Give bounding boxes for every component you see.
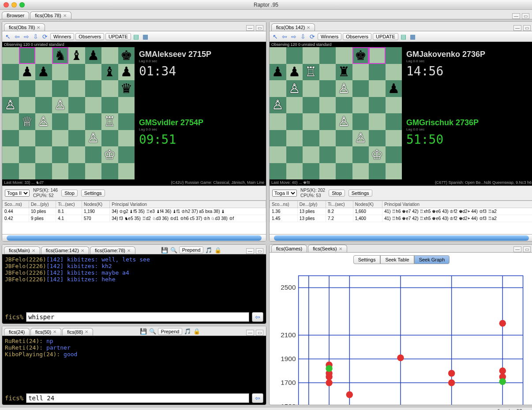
zoom-window-button[interactable] [19, 2, 25, 7]
tab-fics-games[interactable]: fics(Games) [271, 245, 307, 252]
maximize-icon[interactable]: ▭ [256, 248, 263, 254]
grid-icon[interactable]: ▦ [409, 33, 417, 41]
chess-piece[interactable]: ♟ [288, 65, 300, 78]
close-icon[interactable]: ✕ [339, 246, 342, 251]
chess-piece[interactable]: ♟ [120, 65, 132, 78]
toolbar-button-0[interactable]: Winners [318, 33, 341, 40]
chess-piece[interactable]: ♖ [305, 65, 317, 78]
seek-tab-table[interactable]: Seek Table [380, 255, 414, 264]
chat-tab-2[interactable]: fics(88)✕ [62, 328, 93, 335]
chat-tab-2[interactable]: fics(Game:78)✕ [90, 246, 135, 254]
chat-input[interactable] [26, 393, 249, 403]
arrow-up-left-icon[interactable]: ↖ [4, 33, 12, 41]
analysis-row[interactable]: 0.429 plies4.157034) f3 ♞e5 35) ♖d2 ♘d3 … [3, 215, 266, 222]
chess-piece[interactable]: ♝ [71, 49, 82, 62]
chess-piece[interactable]: ♟ [21, 65, 33, 78]
arrow-up-left-icon[interactable]: ↖ [271, 33, 279, 41]
engine-button-1[interactable]: Settings [81, 190, 105, 197]
chess-piece[interactable]: ♜ [338, 65, 350, 78]
board-tab[interactable]: fics(Obs 142)✕ [271, 23, 315, 31]
chat-tab-0[interactable]: fics(Main)✕ [4, 246, 40, 254]
chat-input[interactable] [26, 312, 249, 322]
chess-piece[interactable]: ♟ [87, 49, 99, 62]
chess-piece[interactable]: ♔ [371, 148, 383, 161]
minimize-icon[interactable]: — [513, 246, 521, 252]
chess-piece[interactable]: ♟ [388, 82, 400, 95]
chat-tab-1[interactable]: fics(Game:142)✕ [41, 246, 89, 254]
tab-browser[interactable]: Browser [2, 11, 29, 19]
search-icon[interactable]: 🔍 [149, 328, 157, 335]
arrow-right-icon[interactable]: ⇨ [290, 33, 298, 41]
tab-obs78[interactable]: fics(Obs 78)✕ [30, 11, 71, 19]
chess-piece[interactable]: ♙ [87, 131, 99, 145]
maximize-icon[interactable]: ▭ [256, 330, 263, 335]
save-icon[interactable]: 💾 [139, 328, 147, 335]
chess-piece[interactable]: ♙ [4, 98, 16, 112]
scrollbar[interactable] [270, 234, 532, 241]
maximize-icon[interactable]: ▭ [523, 25, 531, 31]
seek-tab-graph[interactable]: Seek Graph [414, 255, 450, 264]
seek-dot[interactable] [346, 391, 353, 398]
chessboard[interactable]: ♞♝♟♚♟♟♝♟♛♙♙♕♙♖♙♔ [2, 47, 135, 179]
lock-icon[interactable]: 🔒 [214, 246, 222, 254]
seek-dot[interactable] [499, 368, 506, 374]
minimize-icon[interactable]: — [512, 13, 520, 19]
close-window-button[interactable] [4, 2, 9, 7]
seek-graph[interactable]: 135101520130015001700190021002500 [271, 268, 530, 405]
minimize-icon[interactable]: — [246, 330, 254, 335]
chess-piece[interactable]: ♛ [120, 82, 132, 95]
seek-dot[interactable] [448, 380, 455, 386]
close-icon[interactable]: ✕ [32, 248, 35, 253]
seek-dot[interactable] [499, 320, 506, 327]
lock-icon[interactable]: 🔒 [193, 328, 201, 335]
chat-tab-1[interactable]: fics(50)✕ [30, 328, 61, 335]
send-button[interactable]: ⇦ [252, 312, 263, 322]
seek-dot[interactable] [397, 354, 404, 361]
tab-fics-seeks[interactable]: fics(Seeks)✕ [308, 245, 347, 252]
engine-select[interactable]: Toga II [5, 190, 30, 197]
analysis-row[interactable]: 0.4410 plies8.11,19034) ♔g2 ♝f5 35) ♖e3 … [3, 208, 266, 215]
scrollbar[interactable] [2, 234, 266, 241]
close-icon[interactable]: ✕ [63, 13, 67, 18]
arrow-left-icon[interactable]: ⇦ [13, 33, 21, 41]
chess-piece[interactable]: ♙ [54, 98, 66, 112]
sound-icon[interactable]: 🎵 [184, 328, 191, 335]
seek-dot[interactable] [448, 370, 455, 376]
chess-piece[interactable]: ♙ [272, 98, 284, 112]
toolbar-button-1[interactable]: Observers [75, 33, 104, 40]
close-icon[interactable]: ✕ [81, 248, 84, 253]
search-icon[interactable]: 🔍 [170, 246, 178, 254]
minimize-icon[interactable]: — [513, 25, 521, 31]
chess-piece[interactable]: ♕ [21, 115, 33, 128]
arrow-down-icon[interactable]: ⇩ [299, 33, 307, 41]
minimize-icon[interactable]: — [246, 248, 254, 254]
analysis-row[interactable]: 1.3613 plies8.21,66041) ♖h6 ♚e7 42) ♖xh5… [270, 208, 532, 215]
prepend-button[interactable]: Prepend [158, 328, 183, 335]
chat-body[interactable]: JBFelo(2226)[142] kibitzes: well, lets s… [2, 254, 266, 310]
engine-button-1[interactable]: Settings [348, 190, 372, 197]
seek-dot[interactable] [326, 380, 332, 386]
maximize-icon[interactable]: ▭ [522, 13, 529, 19]
chess-piece[interactable]: ♙ [355, 131, 367, 145]
toolbar-button-2[interactable]: UPDATE [105, 33, 131, 40]
toolbar-button-1[interactable]: Observers [343, 33, 371, 40]
analysis-row[interactable]: 1.4513 plies7.21,40041) ♖h6 ♚e7 42) ♖xh5… [270, 215, 532, 222]
engine-select[interactable]: Toga II [272, 190, 297, 197]
close-icon[interactable]: ✕ [53, 329, 56, 334]
chess-piece[interactable]: ♚ [355, 49, 367, 62]
chess-piece[interactable]: ♙ [288, 82, 300, 95]
refresh-icon[interactable]: ⟳ [308, 33, 316, 41]
close-icon[interactable]: ✕ [85, 329, 88, 334]
chess-piece[interactable]: ♔ [104, 148, 116, 161]
chess-piece[interactable]: ♞ [54, 49, 66, 62]
grid-icon[interactable]: ▦ [142, 33, 150, 41]
chessboard[interactable]: ♚♟♟♖♜♙♙♟♙♙♙♔ [270, 47, 402, 179]
arrow-right-icon[interactable]: ⇨ [22, 33, 30, 41]
close-icon[interactable]: ✕ [127, 248, 131, 253]
seek-dot[interactable] [499, 378, 506, 385]
chess-piece[interactable]: ♟ [37, 65, 49, 78]
calculator-icon[interactable]: ▤ [400, 33, 408, 41]
chess-piece[interactable]: ♙ [338, 115, 350, 128]
arrow-left-icon[interactable]: ⇦ [281, 33, 288, 41]
engine-button-0[interactable]: Stop [329, 190, 345, 197]
